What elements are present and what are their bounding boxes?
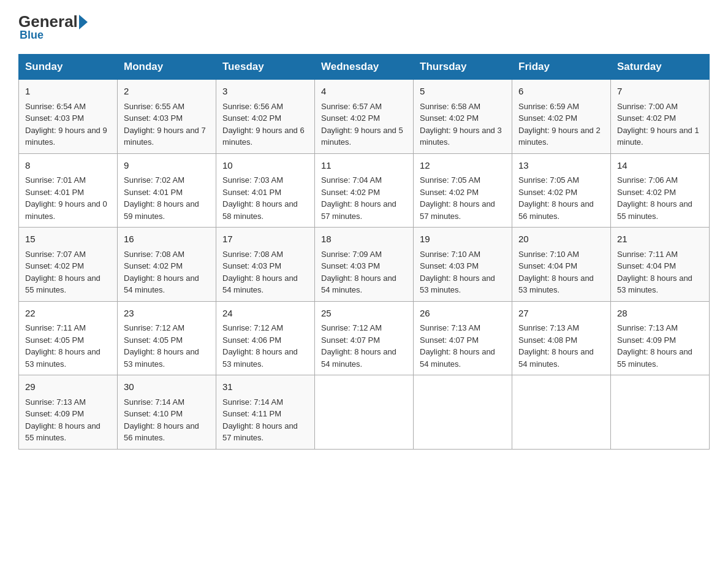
day-number: 2 — [124, 85, 210, 99]
calendar-cell: 4Sunrise: 6:57 AMSunset: 4:02 PMDaylight… — [315, 80, 414, 154]
calendar-cell: 31Sunrise: 7:14 AMSunset: 4:11 PMDayligh… — [216, 375, 315, 450]
sunrise-text: Sunrise: 7:12 AM — [222, 322, 308, 334]
calendar-cell: 10Sunrise: 7:03 AMSunset: 4:01 PMDayligh… — [216, 153, 315, 228]
sunset-text: Sunset: 4:02 PM — [617, 112, 703, 124]
sunset-text: Sunset: 4:03 PM — [222, 260, 308, 272]
sunset-text: Sunset: 4:01 PM — [222, 186, 308, 199]
day-number: 29 — [25, 380, 111, 394]
logo-blue-text: Blue — [20, 29, 44, 42]
calendar-cell: 20Sunrise: 7:10 AMSunset: 4:04 PMDayligh… — [512, 228, 611, 302]
calendar-cell: 28Sunrise: 7:13 AMSunset: 4:09 PMDayligh… — [611, 301, 710, 375]
sunrise-text: Sunrise: 7:05 AM — [420, 174, 506, 186]
day-number: 19 — [420, 232, 506, 247]
daylight-text: Daylight: 9 hours and 3 minutes. — [420, 124, 506, 148]
sunrise-text: Sunrise: 6:55 AM — [124, 101, 210, 113]
calendar-cell: 14Sunrise: 7:06 AMSunset: 4:02 PMDayligh… — [611, 153, 710, 228]
sunset-text: Sunset: 4:11 PM — [222, 408, 308, 420]
calendar-cell: 1Sunrise: 6:54 AMSunset: 4:03 PMDaylight… — [19, 80, 118, 154]
sunset-text: Sunset: 4:08 PM — [518, 334, 604, 347]
day-number: 20 — [518, 232, 604, 247]
daylight-text: Daylight: 9 hours and 5 minutes. — [321, 124, 407, 148]
day-number: 18 — [321, 232, 407, 247]
sunset-text: Sunset: 4:02 PM — [518, 186, 604, 199]
calendar-cell: 9Sunrise: 7:02 AMSunset: 4:01 PMDaylight… — [118, 153, 216, 228]
daylight-text: Daylight: 8 hours and 58 minutes. — [222, 198, 308, 222]
daylight-text: Daylight: 8 hours and 53 minutes. — [420, 272, 506, 296]
sunrise-text: Sunrise: 7:03 AM — [222, 174, 308, 186]
calendar-cell: 5Sunrise: 6:58 AMSunset: 4:02 PMDaylight… — [414, 80, 512, 154]
calendar-cell — [611, 375, 710, 450]
calendar-cell: 2Sunrise: 6:55 AMSunset: 4:03 PMDaylight… — [118, 80, 216, 154]
sunset-text: Sunset: 4:04 PM — [617, 260, 703, 272]
calendar-table: SundayMondayTuesdayWednesdayThursdayFrid… — [18, 54, 710, 450]
sunrise-text: Sunrise: 7:02 AM — [124, 174, 210, 186]
sunset-text: Sunset: 4:03 PM — [420, 260, 506, 272]
calendar-cell: 7Sunrise: 7:00 AMSunset: 4:02 PMDaylight… — [611, 80, 710, 154]
calendar-week-row: 29Sunrise: 7:13 AMSunset: 4:09 PMDayligh… — [19, 375, 710, 450]
sunrise-text: Sunrise: 6:58 AM — [420, 101, 506, 113]
day-number: 31 — [222, 380, 308, 394]
daylight-text: Daylight: 9 hours and 1 minute. — [617, 124, 703, 148]
daylight-text: Daylight: 9 hours and 9 minutes. — [25, 124, 111, 148]
daylight-text: Daylight: 9 hours and 0 minutes. — [25, 198, 111, 222]
day-header-wednesday: Wednesday — [315, 55, 414, 80]
day-number: 1 — [25, 85, 111, 99]
daylight-text: Daylight: 8 hours and 54 minutes. — [420, 346, 506, 370]
sunset-text: Sunset: 4:10 PM — [124, 408, 210, 420]
day-number: 6 — [518, 85, 604, 99]
calendar-cell: 27Sunrise: 7:13 AMSunset: 4:08 PMDayligh… — [512, 301, 611, 375]
sunset-text: Sunset: 4:01 PM — [124, 186, 210, 199]
calendar-cell: 21Sunrise: 7:11 AMSunset: 4:04 PMDayligh… — [611, 228, 710, 302]
sunrise-text: Sunrise: 7:04 AM — [321, 174, 407, 186]
calendar-cell: 25Sunrise: 7:12 AMSunset: 4:07 PMDayligh… — [315, 301, 414, 375]
calendar-cell: 13Sunrise: 7:05 AMSunset: 4:02 PMDayligh… — [512, 153, 611, 228]
calendar-week-row: 22Sunrise: 7:11 AMSunset: 4:05 PMDayligh… — [19, 301, 710, 375]
sunset-text: Sunset: 4:02 PM — [124, 260, 210, 272]
sunset-text: Sunset: 4:01 PM — [25, 186, 111, 199]
sunset-text: Sunset: 4:02 PM — [321, 112, 407, 124]
calendar-week-row: 1Sunrise: 6:54 AMSunset: 4:03 PMDaylight… — [19, 80, 710, 154]
sunset-text: Sunset: 4:02 PM — [321, 186, 407, 199]
day-number: 9 — [124, 159, 210, 173]
daylight-text: Daylight: 8 hours and 53 minutes. — [222, 346, 308, 370]
sunrise-text: Sunrise: 7:10 AM — [420, 248, 506, 261]
sunrise-text: Sunrise: 7:13 AM — [25, 396, 111, 408]
day-number: 23 — [124, 307, 210, 321]
day-number: 28 — [617, 307, 703, 321]
calendar-cell: 3Sunrise: 6:56 AMSunset: 4:02 PMDaylight… — [216, 80, 315, 154]
sunrise-text: Sunrise: 7:12 AM — [321, 322, 407, 334]
sunrise-text: Sunrise: 7:13 AM — [420, 322, 506, 334]
calendar-cell: 16Sunrise: 7:08 AMSunset: 4:02 PMDayligh… — [118, 228, 216, 302]
day-number: 21 — [617, 232, 703, 247]
sunrise-text: Sunrise: 7:06 AM — [617, 174, 703, 186]
sunrise-text: Sunrise: 7:12 AM — [124, 322, 210, 334]
sunset-text: Sunset: 4:02 PM — [518, 112, 604, 124]
calendar-cell: 29Sunrise: 7:13 AMSunset: 4:09 PMDayligh… — [19, 375, 118, 450]
sunrise-text: Sunrise: 7:00 AM — [617, 101, 703, 113]
daylight-text: Daylight: 8 hours and 55 minutes. — [617, 198, 703, 222]
daylight-text: Daylight: 8 hours and 55 minutes. — [25, 272, 111, 296]
calendar-cell: 18Sunrise: 7:09 AMSunset: 4:03 PMDayligh… — [315, 228, 414, 302]
sunset-text: Sunset: 4:05 PM — [124, 334, 210, 347]
sunrise-text: Sunrise: 6:57 AM — [321, 101, 407, 113]
day-number: 26 — [420, 307, 506, 321]
day-number: 22 — [25, 307, 111, 321]
calendar-cell: 6Sunrise: 6:59 AMSunset: 4:02 PMDaylight… — [512, 80, 611, 154]
sunrise-text: Sunrise: 7:08 AM — [124, 248, 210, 261]
day-number: 17 — [222, 232, 308, 247]
daylight-text: Daylight: 8 hours and 56 minutes. — [124, 420, 210, 444]
day-number: 3 — [222, 85, 308, 99]
sunrise-text: Sunrise: 7:07 AM — [25, 248, 111, 261]
daylight-text: Daylight: 8 hours and 56 minutes. — [518, 198, 604, 222]
day-number: 25 — [321, 307, 407, 321]
calendar-cell — [512, 375, 611, 450]
day-header-monday: Monday — [118, 55, 216, 80]
page-header: General Blue — [18, 12, 710, 42]
calendar-cell: 19Sunrise: 7:10 AMSunset: 4:03 PMDayligh… — [414, 228, 512, 302]
daylight-text: Daylight: 8 hours and 54 minutes. — [124, 272, 210, 296]
sunset-text: Sunset: 4:05 PM — [25, 334, 111, 347]
sunrise-text: Sunrise: 7:05 AM — [518, 174, 604, 186]
day-number: 12 — [420, 159, 506, 173]
calendar-header-row: SundayMondayTuesdayWednesdayThursdayFrid… — [19, 55, 710, 80]
daylight-text: Daylight: 9 hours and 2 minutes. — [518, 124, 604, 148]
